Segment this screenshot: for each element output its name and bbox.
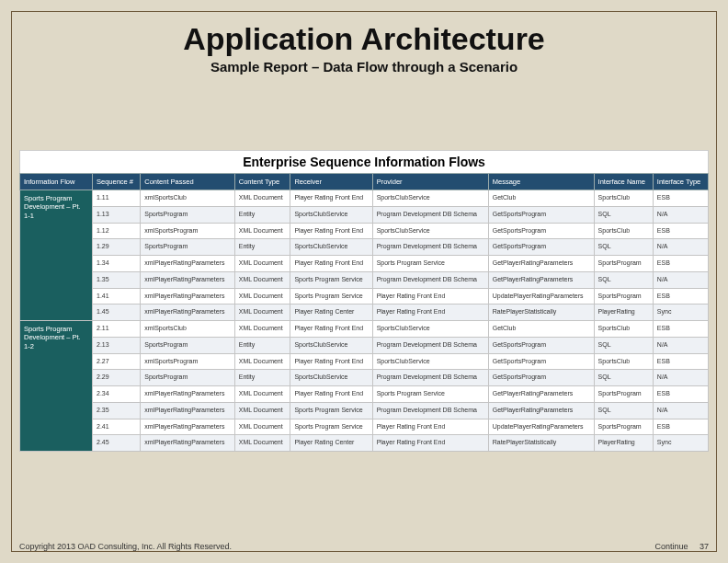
cell: N/A <box>653 271 708 288</box>
cell: 1.11 <box>93 190 141 207</box>
cell: GetSportsProgram <box>488 206 594 223</box>
cell: Sync <box>653 435 708 452</box>
cell: GetSportsProgram <box>488 370 594 386</box>
cell: 2.11 <box>93 321 141 338</box>
cell: Sports Program Service <box>372 256 488 272</box>
table-row: 2.35xmlPlayerRatingParametersXML Documen… <box>20 402 709 419</box>
cell: xmlSportsClub <box>141 190 234 207</box>
cell: XML Document <box>234 190 290 207</box>
cell: UpdatePlayerRatingParameters <box>488 419 594 435</box>
cell: GetSportsProgram <box>488 223 594 239</box>
table-row: 2.41xmlPlayerRatingParametersXML Documen… <box>20 419 709 435</box>
cell: 1.35 <box>93 271 141 288</box>
cell: ESB <box>653 256 708 272</box>
cell: SportsProgram <box>141 239 234 256</box>
cell: SportsClubService <box>290 206 372 223</box>
cell: RatePlayerStatistically <box>488 304 594 321</box>
cell: XML Document <box>234 321 290 338</box>
cell: 2.34 <box>93 386 141 403</box>
cell: SportsClub <box>594 223 653 239</box>
table-row: 2.29SportsProgramEntitySportsClubService… <box>20 370 709 386</box>
table-row: 2.34xmlPlayerRatingParametersXML Documen… <box>20 386 709 403</box>
cell: ESB <box>653 223 708 239</box>
table-row: 1.45xmlPlayerRatingParametersXML Documen… <box>20 304 709 321</box>
cell: xmlPlayerRatingParameters <box>141 402 234 419</box>
cell: 1.12 <box>93 223 141 239</box>
cell: SportsClubService <box>290 337 372 353</box>
cell: PlayerRating <box>594 304 653 321</box>
cell: SportsClubService <box>372 353 488 370</box>
cell: Sync <box>653 304 708 321</box>
cell: N/A <box>653 206 708 223</box>
cell: Program Development DB Schema <box>372 239 488 256</box>
cell: GetPlayerRatingParameters <box>488 256 594 272</box>
cell: XML Document <box>234 223 290 239</box>
cell: Sports Program Service <box>290 402 372 419</box>
cell: GetClub <box>488 190 594 207</box>
cell: SportsClub <box>594 190 653 207</box>
table-wrap: Enterprise Sequence Information Flows In… <box>19 150 709 452</box>
cell: Player Rating Front End <box>290 256 372 272</box>
cell: N/A <box>653 239 708 256</box>
cell: Player Rating Front End <box>290 386 372 403</box>
page-subtitle: Sample Report – Data Flow through a Scen… <box>12 59 716 75</box>
data-table: Information FlowSequence #Content Passed… <box>19 173 709 452</box>
cell: SportsProgram <box>594 386 653 403</box>
cell: Player Rating Front End <box>372 304 488 321</box>
continue-label: Continue <box>654 542 688 551</box>
cell: 2.45 <box>93 435 141 452</box>
cell: GetPlayerRatingParameters <box>488 402 594 419</box>
cell: Entity <box>234 239 290 256</box>
table-row: Sports Program Development – Pt. 1-22.11… <box>20 321 709 338</box>
cell: xmlSportsClub <box>141 321 234 338</box>
cell: ESB <box>653 419 708 435</box>
cell: GetSportsProgram <box>488 239 594 256</box>
cell: 1.13 <box>93 206 141 223</box>
cell: 1.45 <box>93 304 141 321</box>
cell: XML Document <box>234 256 290 272</box>
column-header: Content Passed <box>141 174 234 190</box>
cell: XML Document <box>234 402 290 419</box>
column-header: Sequence # <box>93 174 141 190</box>
cell: SportsProgram <box>594 288 653 304</box>
table-title: Enterprise Sequence Information Flows <box>19 150 709 173</box>
flow-cell: Sports Program Development – Pt. 1-1 <box>20 190 93 321</box>
cell: SportsClubService <box>372 190 488 207</box>
table-row: 2.45xmlPlayerRatingParametersXML Documen… <box>20 435 709 452</box>
cell: Program Development DB Schema <box>372 370 488 386</box>
cell: 2.13 <box>93 337 141 353</box>
table-row: 1.35xmlPlayerRatingParametersXML Documen… <box>20 271 709 288</box>
cell: SportsClubService <box>372 321 488 338</box>
cell: SportsProgram <box>594 256 653 272</box>
cell: XML Document <box>234 353 290 370</box>
cell: GetPlayerRatingParameters <box>488 271 594 288</box>
cell: Player Rating Center <box>290 304 372 321</box>
cell: xmlPlayerRatingParameters <box>141 304 234 321</box>
cell: xmlSportsProgram <box>141 353 234 370</box>
cell: XML Document <box>234 386 290 403</box>
cell: PlayerRating <box>594 435 653 452</box>
cell: SportsClubService <box>290 239 372 256</box>
cell: Sports Program Service <box>290 271 372 288</box>
cell: Program Development DB Schema <box>372 206 488 223</box>
table-row: 2.27xmlSportsProgramXML DocumentPlayer R… <box>20 353 709 370</box>
cell: 1.34 <box>93 256 141 272</box>
cell: xmlPlayerRatingParameters <box>141 271 234 288</box>
column-header: Information Flow <box>20 174 93 190</box>
table-row: 2.13SportsProgramEntitySportsClubService… <box>20 337 709 353</box>
cell: N/A <box>653 370 708 386</box>
cell: Entity <box>234 370 290 386</box>
cell: Program Development DB Schema <box>372 337 488 353</box>
cell: xmlPlayerRatingParameters <box>141 256 234 272</box>
copyright: Copyright 2013 OAD Consulting, Inc. All … <box>19 542 232 551</box>
cell: Player Rating Front End <box>372 419 488 435</box>
cell: SportsProgram <box>141 337 234 353</box>
cell: Player Rating Front End <box>290 353 372 370</box>
table-row: 1.41xmlPlayerRatingParametersXML Documen… <box>20 288 709 304</box>
page-title: Application Architecture <box>12 21 716 57</box>
cell: GetSportsProgram <box>488 337 594 353</box>
cell: GetPlayerRatingParameters <box>488 386 594 403</box>
column-header: Provider <box>372 174 488 190</box>
cell: SportsProgram <box>141 206 234 223</box>
footer-right: Continue 37 <box>654 542 709 551</box>
